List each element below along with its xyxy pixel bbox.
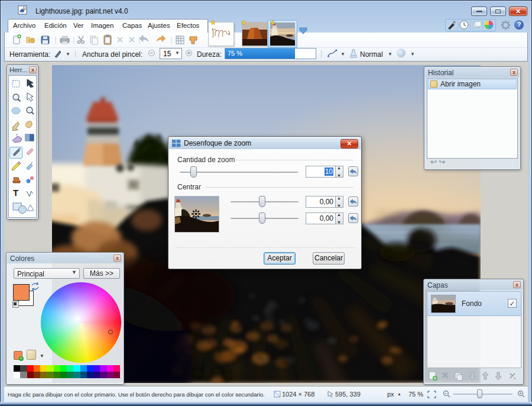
svg-text:T: T bbox=[13, 188, 18, 198]
